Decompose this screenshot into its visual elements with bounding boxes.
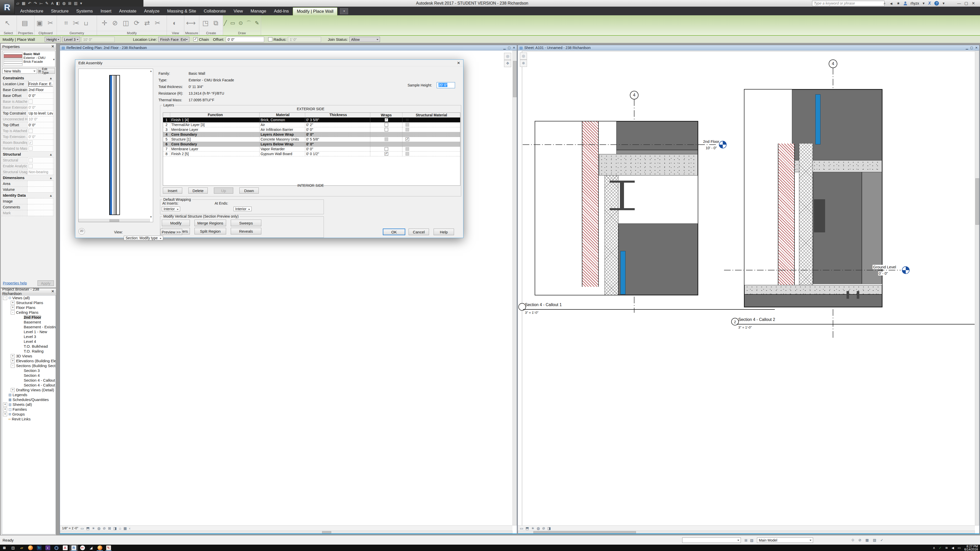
mvs-button[interactable]: Reveals (231, 228, 261, 234)
tree-expander-icon[interactable]: + (3, 403, 7, 407)
tree-item[interactable]: Level 4 (2, 339, 56, 344)
insert-button[interactable]: Insert (163, 187, 182, 194)
preview-scroll-up-icon[interactable]: ▲ (150, 69, 152, 73)
qat-icon[interactable]: ✎ (45, 0, 48, 6)
structural-material-checkbox[interactable] (406, 118, 409, 122)
view-control-icon[interactable]: ☀ (531, 526, 535, 530)
radius-checkbox[interactable] (268, 37, 272, 41)
favorites-star-icon[interactable]: ★ (897, 1, 900, 6)
property-row[interactable]: Structural Usage Non-bearing (1, 169, 54, 175)
search-icon[interactable]: ⌕ (883, 1, 886, 6)
wraps-checkbox[interactable] (385, 118, 388, 122)
layer-material[interactable]: Layers Below Wrap (259, 142, 305, 146)
property-row[interactable]: Room Bounding (1, 140, 54, 146)
tree-expander-icon[interactable]: - (3, 296, 7, 300)
qat-icon[interactable]: ◧ (56, 0, 60, 6)
tree-item[interactable]: + 3D Views (2, 354, 56, 359)
security-icon[interactable]: ✓ (939, 546, 942, 550)
tree-item[interactable]: Level 1 - New (2, 329, 56, 334)
structural-material-checkbox[interactable] (406, 138, 409, 141)
at-ends-dropdown[interactable]: Interior (234, 206, 252, 211)
preview-toggle-button[interactable]: Preview >> (160, 229, 182, 235)
account-name[interactable]: rhyzx (911, 1, 919, 5)
view-control-icon[interactable]: ⬒ (525, 526, 529, 530)
ribbon-panel-label[interactable]: Clipboard (35, 31, 57, 35)
taskbar-app[interactable]: ▱ (18, 545, 26, 551)
tree-item[interactable]: + Floor Plans (2, 305, 56, 310)
qat-icon[interactable]: ▱ (16, 0, 19, 6)
property-row[interactable]: Top Offset 0' 0" (1, 122, 54, 128)
layer-function[interactable]: Finish 1 [4] (170, 118, 259, 122)
tree-item[interactable]: + ⊞ Groups (2, 412, 56, 416)
ribbon-panel-icons[interactable]: ▣ ✂ (35, 15, 57, 31)
design-option-dropdown[interactable] (682, 537, 741, 543)
layer-material[interactable]: Vapor Retarder (259, 147, 305, 151)
property-checkbox[interactable] (29, 100, 33, 103)
wraps-checkbox[interactable] (385, 147, 388, 151)
ribbon-tab-modify-place-wall[interactable]: Modify | Place Wall (293, 7, 338, 15)
tree-item[interactable]: Section 4 - Callout 2 (2, 383, 56, 387)
comm-center-icon[interactable]: ◄ (889, 1, 893, 6)
preview-scroll-down-icon[interactable]: ▼ (150, 215, 152, 218)
view-control-icon[interactable]: ⊘ (542, 526, 545, 530)
property-value[interactable]: 0' 0" (27, 93, 53, 98)
down-button[interactable]: Down (239, 187, 259, 194)
layer-function[interactable]: Core Boundary (170, 132, 259, 137)
application-menu-button[interactable]: R (0, 0, 14, 14)
property-value[interactable] (27, 198, 53, 204)
edit-type-button[interactable]: ▦ Edit Type (38, 68, 55, 74)
ribbon-panel-icons[interactable]: ↖ (0, 15, 17, 31)
taskbar-app[interactable]: R (69, 545, 78, 551)
action-center-icon[interactable]: ▭ (958, 546, 961, 550)
tree-item[interactable]: Basement - Existing (2, 324, 56, 329)
filter-dropdown[interactable]: New Walls (2, 68, 37, 74)
help-icon[interactable]: ? (934, 1, 939, 6)
worksets-icon[interactable]: ▧ (750, 538, 753, 542)
layer-thickness[interactable]: 0' 0" (305, 147, 370, 151)
rcp-restore-icon[interactable]: ▢ (508, 46, 511, 49)
clock[interactable]: 8:27 PM 6/14/2016 (964, 545, 978, 551)
rcp-scale-label[interactable]: 1/8" = 1'-0" (62, 526, 78, 530)
rcp-vscrollbar[interactable] (512, 51, 517, 526)
ribbon-panel-label[interactable]: Geometry (57, 31, 97, 35)
tree-expander-icon[interactable]: + (11, 306, 15, 310)
property-row[interactable]: Structural (1, 157, 54, 163)
taskbar-app[interactable] (95, 545, 104, 551)
property-value[interactable] (27, 99, 53, 104)
mvs-button[interactable]: Split Region (194, 228, 226, 234)
help-chevron-icon[interactable]: ▾ (942, 1, 945, 6)
ribbon-panel-icons[interactable]: ◳ ⧉ (199, 15, 223, 31)
taskbar-app[interactable]: ◯ (52, 545, 61, 551)
tree-item[interactable]: ∞ Revit Links (2, 416, 56, 421)
zoom-tool-icon[interactable]: ⊕ (520, 60, 527, 67)
volume-icon[interactable]: ◀ (951, 546, 954, 550)
view-control-icon[interactable]: ▭ (80, 526, 84, 530)
sheet-window-titlebar[interactable]: ▤ Sheet: A101 - Unnamed - 238 Richardson… (518, 45, 979, 51)
network-icon[interactable]: ≋ (945, 546, 948, 550)
editable-only-icon[interactable]: ⊞ (745, 538, 748, 542)
qat-icon[interactable]: ▥ (74, 0, 78, 6)
sheet-minimize-icon[interactable]: ▁ (966, 46, 968, 49)
property-row[interactable]: Location Line Finish Face: E... (1, 81, 54, 87)
ribbon-tab[interactable]: Add-Ins (270, 7, 293, 15)
qat-icon[interactable]: ⟝ (40, 0, 43, 6)
chain-checkbox[interactable] (193, 37, 197, 41)
property-checkbox[interactable] (29, 164, 33, 168)
restore-button[interactable]: ▢ (963, 0, 970, 6)
property-row[interactable]: Volume (1, 187, 54, 192)
property-value[interactable]: 0' 0" (27, 122, 53, 128)
wraps-checkbox[interactable] (385, 128, 388, 131)
wall-detail-callout-1[interactable] (535, 121, 698, 295)
property-value[interactable]: Finish Face: E... (27, 81, 53, 87)
layer-material[interactable]: Brick, Common (259, 118, 305, 122)
property-row[interactable]: Comments (1, 204, 54, 210)
taskbar-app[interactable]: A (61, 545, 69, 551)
property-row[interactable]: Top Constraint Up to level: Level 3 (1, 110, 54, 116)
wraps-checkbox[interactable] (385, 152, 388, 156)
tree-item[interactable]: Section 4 - Callout 1 (2, 378, 56, 383)
property-value[interactable] (27, 157, 53, 163)
ribbon-panel-label[interactable]: Properties (17, 31, 34, 35)
structural-material-checkbox[interactable] (406, 123, 409, 127)
property-row[interactable]: Dimensions (1, 175, 54, 181)
layer-thickness[interactable]: 0' 3 5/8" (305, 118, 370, 122)
